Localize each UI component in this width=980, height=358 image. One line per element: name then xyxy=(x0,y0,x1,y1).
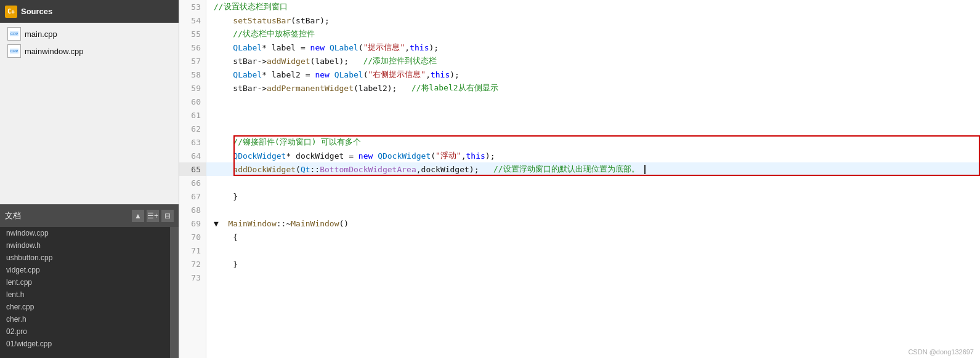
cpp-file-icon xyxy=(7,27,21,41)
code-line-68 xyxy=(206,203,980,217)
sources-title: Sources xyxy=(21,7,52,16)
docs-close-btn[interactable]: ⊟ xyxy=(161,210,174,222)
file-item-main[interactable]: main.cpp xyxy=(0,25,179,42)
code-line-62 xyxy=(206,122,980,135)
code-text-54a xyxy=(214,16,233,25)
ln-55: 55 xyxy=(179,27,206,41)
file-name-main: main.cpp xyxy=(25,30,57,39)
docs-item-3[interactable]: vidget.cpp xyxy=(0,264,170,276)
code-line-54: setStatusBar(stBar); xyxy=(206,14,980,27)
code-line-70: { xyxy=(206,230,980,244)
ln-59: 59 xyxy=(179,81,206,95)
docs-title: 文档 xyxy=(5,210,129,221)
file-tree: main.cpp mainwindow.cpp xyxy=(0,23,179,204)
code-line-69: ▼ MainWindow::~MainWindow() xyxy=(206,217,980,230)
code-line-71 xyxy=(206,244,980,257)
ln-61: 61 xyxy=(179,108,206,122)
docs-item-9[interactable]: 01/widget.cpp xyxy=(0,338,170,350)
ln-62: 62 xyxy=(179,122,206,135)
ln-67: 67 xyxy=(179,189,206,203)
code-line-58: QLabel* label2 = new QLabel("右侧提示信息",thi… xyxy=(206,68,980,81)
code-line-61 xyxy=(206,108,980,122)
code-text-53: //设置状态栏到窗口 xyxy=(214,1,288,12)
code-line-56: QLabel* label = new QLabel("提示信息",this); xyxy=(206,41,980,54)
code-line-67: } xyxy=(206,189,980,203)
docs-panel: 文档 ▲ ☰+ ⊟ nwindow.cpp nwindow.h ushbutto… xyxy=(0,204,179,358)
docs-item-2[interactable]: ushbutton.cpp xyxy=(0,252,170,264)
code-lines: //设置状态栏到窗口 setStatusBar(stBar); //状态栏中放标… xyxy=(206,0,980,358)
code-line-63: //铆接部件(浮动窗口) 可以有多个 xyxy=(206,135,980,149)
code-line-64: QDockWidget* dockWidget = new QDockWidge… xyxy=(206,149,980,162)
docs-item-5[interactable]: lent.h xyxy=(0,288,170,301)
code-line-55: //状态栏中放标签控件 xyxy=(206,27,980,41)
ln-71: 71 xyxy=(179,244,206,257)
docs-scrollbar[interactable] xyxy=(170,227,179,358)
code-line-57: stBar->addWidget(label); //添加控件到状态栏 xyxy=(206,54,980,68)
ln-68: 68 xyxy=(179,203,206,217)
docs-item-6[interactable]: cher.cpp xyxy=(0,301,170,313)
code-line-66 xyxy=(206,176,980,189)
docs-list: nwindow.cpp nwindow.h ushbutton.cpp vidg… xyxy=(0,227,170,358)
file-item-mainwindow[interactable]: mainwindow.cpp xyxy=(0,42,179,60)
code-text-55: //状态栏中放标签控件 xyxy=(214,28,315,39)
docs-header: 文档 ▲ ☰+ ⊟ xyxy=(0,205,179,227)
ln-57: 57 xyxy=(179,54,206,68)
line-numbers: 53 54 55 56 57 58 59 60 61 62 63 64 65 6… xyxy=(179,0,206,358)
cpp-file-icon-2 xyxy=(7,44,21,58)
code-line-60 xyxy=(206,95,980,108)
code-line-73 xyxy=(206,271,980,284)
ln-56: 56 xyxy=(179,41,206,54)
code-line-59: stBar->addPermanentWidget(label2); //将la… xyxy=(206,81,980,95)
docs-item-8[interactable]: 02.pro xyxy=(0,325,170,338)
docs-item-1[interactable]: nwindow.h xyxy=(0,239,170,252)
ln-65: 65 xyxy=(179,162,206,176)
code-content: 53 54 55 56 57 58 59 60 61 62 63 64 65 6… xyxy=(179,0,980,358)
ln-60: 60 xyxy=(179,95,206,108)
ln-66: 66 xyxy=(179,176,206,189)
ln-64: 64 xyxy=(179,149,206,162)
code-line-53: //设置状态栏到窗口 xyxy=(206,0,980,14)
code-panel: 53 54 55 56 57 58 59 60 61 62 63 64 65 6… xyxy=(179,0,980,358)
ln-53: 53 xyxy=(179,0,206,14)
ln-70: 70 xyxy=(179,230,206,244)
code-line-65: addDockWidget(Qt::BottomDockWidgetArea,d… xyxy=(206,162,980,176)
docs-item-0[interactable]: nwindow.cpp xyxy=(0,227,170,239)
ln-73: 73 xyxy=(179,271,206,284)
left-panel: C+ Sources main.cpp mainwindow.cpp 文档 ▲ … xyxy=(0,0,179,358)
ln-69: 69 xyxy=(179,217,206,230)
docs-up-btn[interactable]: ▲ xyxy=(132,210,144,222)
watermark: CSDN @dong132697 xyxy=(908,348,974,356)
ln-58: 58 xyxy=(179,68,206,81)
file-name-mainwindow: mainwindow.cpp xyxy=(25,47,83,56)
docs-add-btn[interactable]: ☰+ xyxy=(147,210,159,222)
docs-item-7[interactable]: cher.h xyxy=(0,313,170,325)
code-line-72: } xyxy=(206,257,980,271)
docs-item-4[interactable]: lent.cpp xyxy=(0,276,170,288)
ln-72: 72 xyxy=(179,257,206,271)
ln-54: 54 xyxy=(179,14,206,27)
ln-63: 63 xyxy=(179,135,206,149)
sources-icon: C+ xyxy=(5,6,17,18)
sources-header: C+ Sources xyxy=(0,0,179,23)
